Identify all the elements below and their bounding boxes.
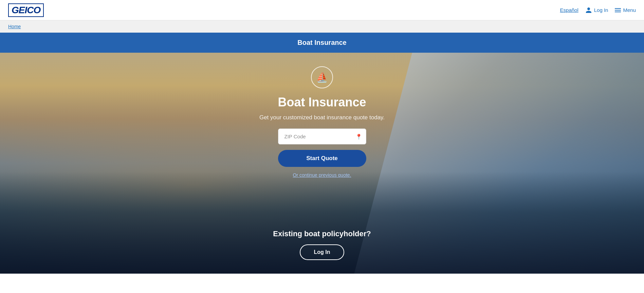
- policyholder-section: Existing boat policyholder? Log In: [0, 229, 644, 274]
- geico-logo: GEICO: [8, 3, 44, 17]
- breadcrumb: Home: [0, 20, 644, 33]
- breadcrumb-home[interactable]: Home: [8, 24, 21, 29]
- menu-button[interactable]: Menu: [615, 7, 636, 13]
- user-icon: [585, 7, 592, 14]
- banner-title: Boat Insurance: [297, 39, 346, 46]
- start-quote-button[interactable]: Start Quote: [278, 150, 366, 167]
- boat-icon: ⛵: [316, 72, 328, 83]
- login-label: Log In: [594, 7, 608, 13]
- hamburger-icon: [615, 8, 621, 12]
- zip-code-input[interactable]: [278, 128, 366, 144]
- main-header: GEICO Español Log In Menu: [0, 0, 644, 20]
- hero-content: ⛵ Boat Insurance Get your customized boa…: [0, 53, 644, 198]
- zip-input-container: 📍: [278, 128, 366, 144]
- hero-subtitle: Get your customized boat insurance quote…: [259, 114, 385, 121]
- logo-container: GEICO: [8, 3, 44, 17]
- menu-line-3: [615, 12, 621, 12]
- hero-title: Boat Insurance: [278, 95, 366, 109]
- blue-banner: Boat Insurance: [0, 33, 644, 53]
- login-link[interactable]: Log In: [585, 7, 608, 14]
- continue-quote-link[interactable]: Or continue previous quote.: [293, 172, 351, 178]
- boat-icon-circle: ⛵: [311, 66, 333, 88]
- menu-label: Menu: [623, 7, 636, 13]
- header-right: Español Log In Menu: [560, 7, 636, 14]
- policyholder-login-button[interactable]: Log In: [300, 244, 345, 260]
- menu-line-1: [615, 8, 621, 9]
- menu-line-2: [615, 10, 621, 11]
- hero-section: ⛵ Boat Insurance Get your customized boa…: [0, 53, 644, 274]
- existing-policyholder-text: Existing boat policyholder?: [273, 229, 371, 238]
- espanol-link[interactable]: Español: [560, 7, 578, 13]
- location-icon: 📍: [355, 133, 362, 140]
